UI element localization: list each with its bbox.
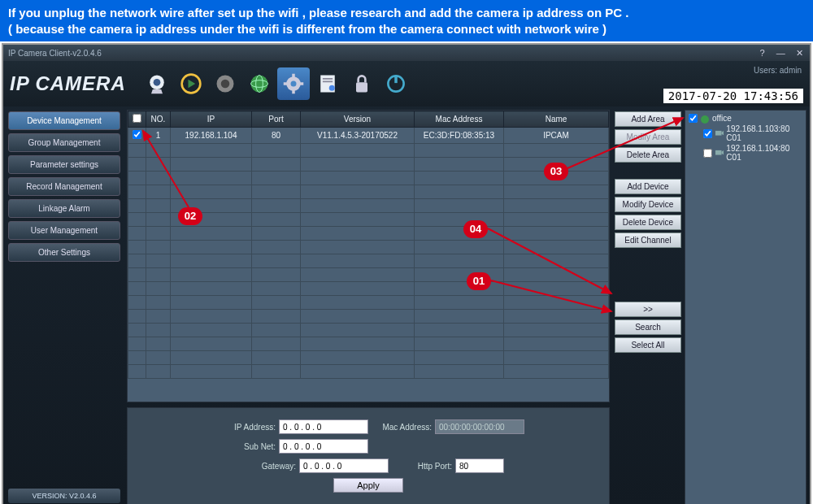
globe-icon[interactable]	[243, 67, 276, 100]
nav-group-management[interactable]: Group Management	[8, 133, 120, 152]
device-tree: office 192.168.1.103:80 C01 192.168.1.10…	[685, 110, 806, 504]
svg-rect-16	[323, 81, 333, 83]
tree-root-office[interactable]: office	[689, 114, 802, 123]
svg-rect-20	[394, 76, 398, 83]
search-button[interactable]: Search	[615, 319, 681, 335]
col-name: Name	[504, 111, 609, 128]
close-icon[interactable]: ✕	[793, 48, 805, 56]
action-buttons: Add Area Modify Area Delete Area Add Dev…	[611, 106, 685, 504]
play-icon[interactable]	[175, 67, 207, 100]
col-mac: Mac Address	[415, 111, 504, 128]
header-checkbox[interactable]	[133, 114, 141, 123]
add-device-button[interactable]: Add Device	[615, 179, 681, 194]
svg-rect-22	[715, 131, 722, 136]
svg-rect-12	[284, 82, 288, 85]
modify-area-button[interactable]: Modify Area	[615, 129, 681, 145]
subnet-label: Sub Net:	[212, 442, 276, 451]
delete-area-button[interactable]: Delete Area	[615, 147, 681, 163]
ip-address-input[interactable]	[279, 419, 368, 434]
svg-rect-13	[299, 82, 303, 85]
mac-address-label: Mac Address:	[368, 423, 432, 432]
row-checkbox[interactable]	[133, 130, 141, 139]
tree-cam1-checkbox[interactable]	[703, 129, 712, 138]
tree-camera-1[interactable]: 192.168.1.103:80 C01	[703, 124, 802, 142]
apply-button[interactable]: Apply	[333, 478, 403, 493]
camera-small-icon	[715, 149, 724, 157]
user-label: Users: admin	[754, 66, 802, 75]
add-area-button[interactable]: Add Area	[615, 111, 681, 127]
svg-point-1	[153, 79, 160, 86]
col-port: Port	[252, 111, 301, 128]
col-ip: IP	[171, 111, 252, 128]
version-label: VERSION: V2.0.4.6	[8, 489, 120, 503]
select-all-button[interactable]: Select All	[615, 337, 681, 353]
svg-point-5	[250, 76, 267, 93]
titlebar: IP Camera Client-v2.0.4.6 ? — ✕	[3, 45, 810, 61]
help-icon[interactable]: ?	[756, 48, 767, 56]
col-no: NO.	[146, 111, 171, 128]
subnet-input[interactable]	[279, 439, 368, 454]
header-bar: IP CAMERA Users: admin 2017-07-20 17:43:…	[3, 61, 810, 106]
log-icon[interactable]	[311, 67, 344, 100]
svg-rect-18	[356, 82, 367, 92]
nav-linkage-alarm[interactable]: Linkage Alarm	[8, 199, 120, 218]
nav-parameter-settings[interactable]: Parameter settings	[8, 155, 120, 174]
svg-point-4	[221, 80, 230, 89]
tree-camera-2[interactable]: 192.168.1.104:80 C01	[703, 144, 802, 162]
app-logo: IP CAMERA	[10, 72, 126, 95]
power-icon[interactable]	[380, 67, 412, 100]
svg-point-17	[329, 85, 335, 91]
camera-small-icon	[715, 129, 724, 137]
tree-cam2-checkbox[interactable]	[703, 149, 712, 158]
instruction-banner: If you unplug the network wire after set…	[0, 0, 813, 41]
modify-device-button[interactable]: Modify Device	[615, 197, 681, 212]
http-port-label: Http Port:	[389, 462, 452, 471]
tree-root-checkbox[interactable]	[689, 114, 698, 123]
device-table: NO. IP Port Version Mac Address Name 1 1…	[127, 110, 610, 402]
gateway-input[interactable]	[299, 458, 389, 473]
svg-rect-10	[292, 74, 295, 78]
sidebar-nav: Device Management Group Management Param…	[3, 106, 125, 504]
move-button[interactable]: >>	[615, 302, 681, 317]
ip-address-label: IP Address:	[212, 423, 276, 432]
svg-rect-23	[715, 150, 722, 155]
webcam-icon[interactable]	[141, 67, 173, 100]
http-port-input[interactable]	[455, 458, 504, 473]
minimize-icon[interactable]: —	[775, 48, 786, 56]
nav-device-management[interactable]: Device Management	[8, 111, 120, 130]
mac-address-input	[435, 419, 524, 434]
settings-gear-icon[interactable]	[277, 67, 310, 100]
clock: 2017-07-20 17:43:56	[663, 89, 803, 103]
window-title: IP Camera Client-v2.0.4.6	[8, 49, 102, 58]
col-version: Version	[301, 111, 415, 128]
edit-channel-button[interactable]: Edit Channel	[615, 232, 681, 248]
svg-rect-11	[292, 89, 295, 93]
app-window: IP Camera Client-v2.0.4.6 ? — ✕ IP CAMER…	[2, 43, 811, 504]
gateway-label: Gateway:	[233, 462, 296, 471]
col-check	[128, 111, 146, 128]
network-form: IP Address: Mac Address: Sub Net: . Gate…	[127, 407, 610, 504]
lock-icon[interactable]	[346, 67, 378, 100]
svg-rect-15	[323, 78, 333, 80]
record-icon[interactable]	[209, 67, 241, 100]
svg-point-21	[701, 115, 709, 124]
nav-record-management[interactable]: Record Management	[8, 177, 120, 196]
globe-small-icon	[700, 115, 710, 123]
delete-device-button[interactable]: Delete Device	[615, 215, 681, 230]
table-row[interactable]: 1 192.168.1.104 80 V11.1.4.5.3-20170522 …	[128, 128, 609, 144]
nav-other-settings[interactable]: Other Settings	[8, 243, 120, 262]
nav-user-management[interactable]: User Management	[8, 221, 120, 240]
svg-point-9	[290, 81, 296, 87]
